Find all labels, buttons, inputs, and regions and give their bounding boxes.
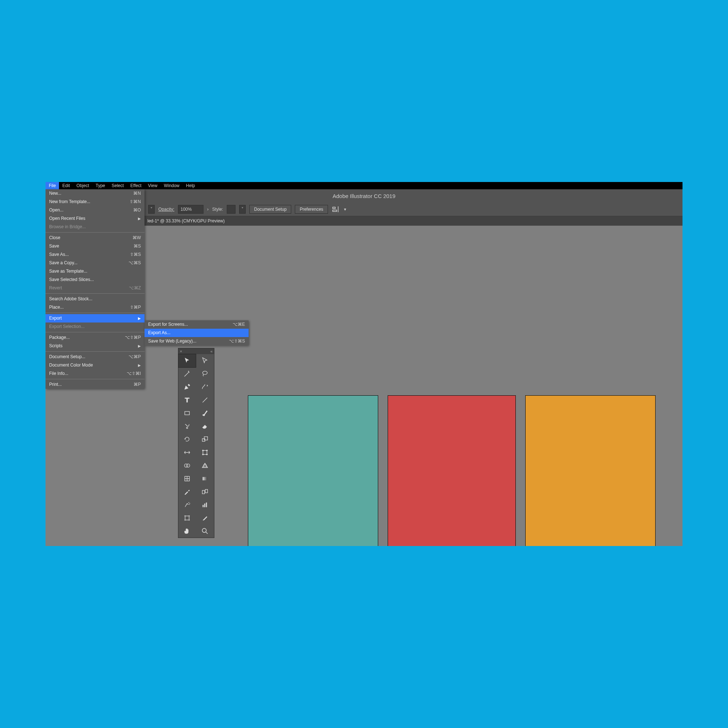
file-dropdown-menu: New...⌘N New from Template...⇧⌘N Open...… [46,189,145,389]
menu-separator [46,294,145,294]
svg-rect-16 [202,490,205,494]
menu-item-print[interactable]: Print...⌘P [46,380,145,389]
svg-rect-21 [185,516,189,520]
menu-separator [46,379,145,379]
menu-item-save-as[interactable]: Save As...⇧⌘S [46,251,145,259]
menu-item-export[interactable]: Export▶ [46,314,145,323]
graphic-style-dropdown[interactable] [227,205,236,214]
align-caret-icon[interactable]: ▾ [344,207,346,212]
document-tab[interactable]: led-1* @ 33.33% (CMYK/GPU Preview) [147,219,225,223]
submenu-arrow-icon: ▶ [138,315,141,322]
menu-effect[interactable]: Effect [127,182,145,189]
svg-rect-18 [203,505,204,507]
stroke-profile-dropdown[interactable]: ˅ [148,205,155,214]
tool-perspective-grid[interactable] [196,459,214,472]
menubar: File Edit Object Type Select Effect View… [46,182,682,189]
style-dropdown-caret[interactable]: ˅ [239,205,246,214]
menu-item-package[interactable]: Package...⌥⇧⌘P [46,333,145,342]
svg-rect-15 [203,477,208,480]
menu-item-browse-in-bridge[interactable]: Browse in Bridge... [46,223,145,231]
menu-object[interactable]: Object [73,182,92,189]
tool-free-transform[interactable] [196,446,214,459]
opacity-value[interactable]: 100% [178,205,203,214]
menu-item-scripts[interactable]: Scripts▶ [46,342,145,350]
svg-point-4 [187,427,188,429]
menu-item-open[interactable]: Open...⌘O [46,206,145,214]
menu-select[interactable]: Select [109,182,127,189]
menu-file[interactable]: File [46,182,59,189]
submenu-item-export-as[interactable]: Export As... [145,329,249,337]
svg-point-2 [203,371,208,375]
tool-curvature[interactable] [196,380,214,393]
tool-width[interactable] [178,446,196,459]
menu-item-new-from-template[interactable]: New from Template...⇧⌘N [46,198,145,206]
menu-item-save-as-template[interactable]: Save as Template... [46,267,145,275]
tool-scale[interactable] [196,433,214,446]
tool-paintbrush[interactable] [196,407,214,420]
menu-type[interactable]: Type [92,182,109,189]
menu-item-document-color-mode[interactable]: Document Color Mode▶ [46,361,145,369]
menu-item-export-selection[interactable]: Export Selection... [46,323,145,331]
menu-item-save-a-copy[interactable]: Save a Copy...⌥⌘S [46,259,145,267]
tool-eyedropper[interactable] [178,485,196,498]
submenu-arrow-icon: ▶ [138,343,141,349]
tool-artboard[interactable] [178,511,196,525]
tool-selection[interactable] [178,354,196,367]
artboard-3[interactable] [525,395,656,546]
artboard-2[interactable] [388,395,516,546]
menu-separator [46,232,145,232]
tool-column-graph[interactable] [196,498,214,511]
tool-rectangle[interactable] [178,407,196,420]
tool-mesh[interactable] [178,472,196,485]
tool-shape-builder[interactable] [178,459,196,472]
tool-zoom[interactable] [196,525,214,538]
opacity-flyout-icon[interactable]: › [207,207,209,212]
menu-help[interactable]: Help [183,182,198,189]
menu-item-place[interactable]: Place...⇧⌘P [46,303,145,312]
menu-item-new[interactable]: New...⌘N [46,189,145,198]
menu-item-file-info[interactable]: File Info...⌥⇧⌘I [46,369,145,378]
menu-item-search-adobe-stock[interactable]: Search Adobe Stock... [46,295,145,303]
tool-slice[interactable] [196,511,214,525]
svg-point-9 [206,450,208,451]
menu-item-open-recent[interactable]: Open Recent Files▶ [46,214,145,223]
collapse-icon[interactable]: « [210,349,213,353]
tool-hand[interactable] [178,525,196,538]
tool-lasso[interactable] [196,367,214,380]
menu-item-revert[interactable]: Revert⌥⌘Z [46,284,145,292]
menu-item-document-setup[interactable]: Document Setup...⌥⌘P [46,353,145,361]
tool-direct-selection[interactable] [196,354,214,367]
submenu-item-save-for-web[interactable]: Save for Web (Legacy)...⌥⇧⌘S [145,337,249,346]
svg-rect-19 [204,503,205,507]
svg-point-13 [187,464,190,467]
tool-blend[interactable] [196,485,214,498]
menu-item-save-selected-slices[interactable]: Save Selected Slices... [46,275,145,284]
preferences-button[interactable]: Preferences [295,205,328,214]
svg-point-8 [202,450,203,451]
app-title: Adobe Illustrator CC 2019 [333,193,396,199]
artboard-1[interactable] [248,395,378,546]
tool-gradient[interactable] [196,472,214,485]
tool-rotate[interactable] [178,433,196,446]
menu-view[interactable]: View [145,182,161,189]
svg-point-10 [202,454,203,455]
close-icon[interactable]: × [180,349,182,353]
tool-symbol-sprayer[interactable] [178,498,196,511]
menu-window[interactable]: Window [161,182,183,189]
tool-magic-wand[interactable] [178,367,196,380]
submenu-item-export-for-screens[interactable]: Export for Screens...⌥⌘E [145,320,249,329]
document-setup-button[interactable]: Document Setup [249,205,291,214]
menu-item-save[interactable]: Save⌘S [46,242,145,251]
tool-shaper[interactable] [178,420,196,433]
opacity-label[interactable]: Opacity: [158,207,174,212]
tool-eraser[interactable] [196,420,214,433]
tool-type[interactable] [178,393,196,407]
tool-line-segment[interactable] [196,393,214,407]
menu-edit[interactable]: Edit [59,182,73,189]
align-flyout-icon[interactable] [332,205,340,214]
menu-item-close[interactable]: Close⌘W [46,234,145,242]
style-label: Style: [212,207,223,212]
tools-panel-header[interactable]: × « [178,348,214,354]
svg-rect-3 [185,411,190,414]
tool-pen[interactable] [178,380,196,393]
